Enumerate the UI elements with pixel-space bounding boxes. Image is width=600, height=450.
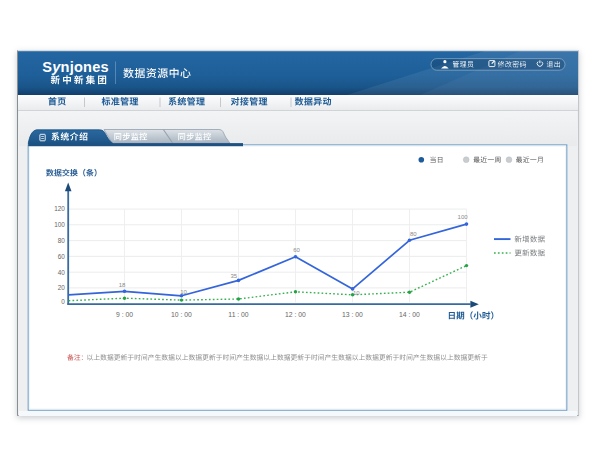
svg-text:18: 18	[119, 282, 126, 288]
svg-text:10: 10	[353, 290, 360, 296]
svg-text:12 : 00: 12 : 00	[285, 311, 306, 318]
svg-text:35: 35	[230, 273, 237, 279]
svg-text:10 : 00: 10 : 00	[171, 311, 192, 318]
svg-text:100: 100	[54, 221, 65, 228]
svg-text:120: 120	[54, 205, 65, 212]
svg-text:11 : 00: 11 : 00	[228, 311, 249, 318]
svg-text:100: 100	[458, 214, 469, 220]
svg-text:80: 80	[410, 231, 417, 237]
svg-text:Synjones: Synjones	[42, 59, 109, 75]
svg-text:10: 10	[180, 289, 187, 295]
svg-text:60: 60	[58, 253, 66, 260]
svg-text:9 : 00: 9 : 00	[116, 311, 133, 318]
svg-text:0: 0	[61, 298, 65, 305]
svg-text:20: 20	[58, 284, 66, 291]
svg-text:40: 40	[58, 269, 66, 276]
svg-text:80: 80	[58, 237, 66, 244]
svg-text:14 : 00: 14 : 00	[399, 311, 420, 318]
svg-text:60: 60	[293, 247, 300, 253]
svg-text:13 : 00: 13 : 00	[342, 311, 363, 318]
